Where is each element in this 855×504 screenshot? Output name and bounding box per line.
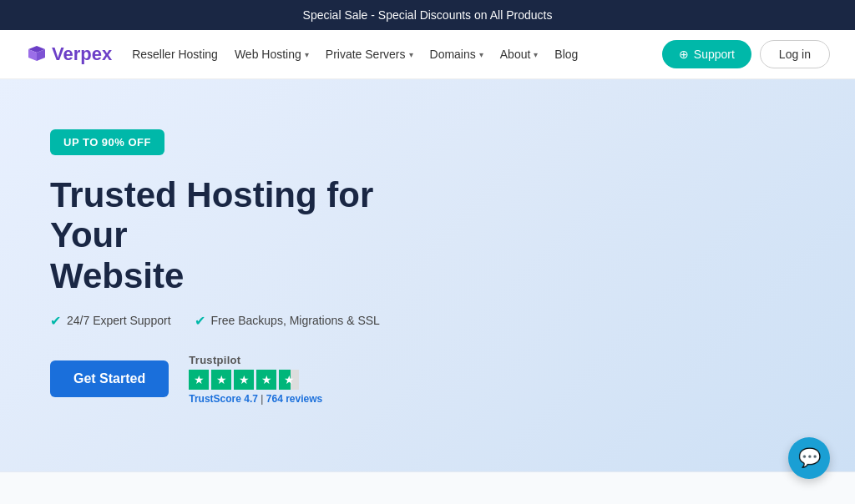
hero-title: Trusted Hosting for Your Website [50,175,451,296]
support-icon: ⊕ [679,48,689,61]
nav-actions: ⊕ Support Log in [662,40,830,68]
nav-private-servers[interactable]: Private Servers ▾ [326,48,413,61]
star-5: ★ [279,370,299,390]
star-1: ★ [189,370,209,390]
about-chevron-icon: ▾ [534,50,538,59]
nav-web-hosting[interactable]: Web Hosting ▾ [235,48,309,61]
discount-badge: UP TO 90% OFF [50,129,164,155]
support-button[interactable]: ⊕ Support [662,40,751,68]
check-icon-2: ✔ [195,313,205,329]
star-4: ★ [256,370,276,390]
trustpilot-widget: Trustpilot ★ ★ ★ ★ ★ TrustScore 4.7 | 76… [189,354,322,405]
domains-chevron-icon: ▾ [479,50,483,59]
trustscore-text: TrustScore 4.7 | 764 reviews [189,393,322,405]
logo[interactable]: Verpex [25,43,112,66]
star-3: ★ [234,370,254,390]
navbar: Verpex Reseller Hosting Web Hosting ▾ Pr… [0,30,855,79]
stats-section: Verpex trusted by thousands Hosting 253,… [0,471,855,504]
chat-icon: 💬 [798,447,821,469]
chat-button[interactable]: 💬 [788,437,830,479]
promo-banner: Special Sale - Special Discounts on All … [0,0,855,30]
feature-backups: ✔ Free Backups, Migrations & SSL [195,313,380,329]
web-hosting-chevron-icon: ▾ [305,50,309,59]
reviews-link[interactable]: 764 [266,393,286,405]
get-started-button[interactable]: Get Started [50,360,169,397]
nav-reseller-hosting[interactable]: Reseller Hosting [132,48,218,61]
hero-actions: Get Started Trustpilot ★ ★ ★ ★ ★ TrustSc… [50,354,805,405]
hero-features: ✔ 24/7 Expert Support ✔ Free Backups, Mi… [50,313,805,329]
nav-blog[interactable]: Blog [554,48,578,61]
logo-icon [25,43,48,66]
nav-links: Reseller Hosting Web Hosting ▾ Private S… [132,48,642,61]
login-button[interactable]: Log in [760,40,830,68]
check-icon-1: ✔ [50,313,61,329]
star-2: ★ [211,370,231,390]
hero-section: UP TO 90% OFF Trusted Hosting for Your W… [0,79,855,471]
logo-text: Verpex [52,43,112,65]
trustpilot-logo: Trustpilot [189,354,322,366]
private-servers-chevron-icon: ▾ [409,50,413,59]
nav-domains[interactable]: Domains ▾ [430,48,483,61]
trustpilot-stars: ★ ★ ★ ★ ★ [189,370,322,390]
feature-support: ✔ 24/7 Expert Support [50,313,171,329]
promo-text: Special Sale - Special Discounts on All … [303,8,553,22]
nav-about[interactable]: About ▾ [500,48,539,61]
